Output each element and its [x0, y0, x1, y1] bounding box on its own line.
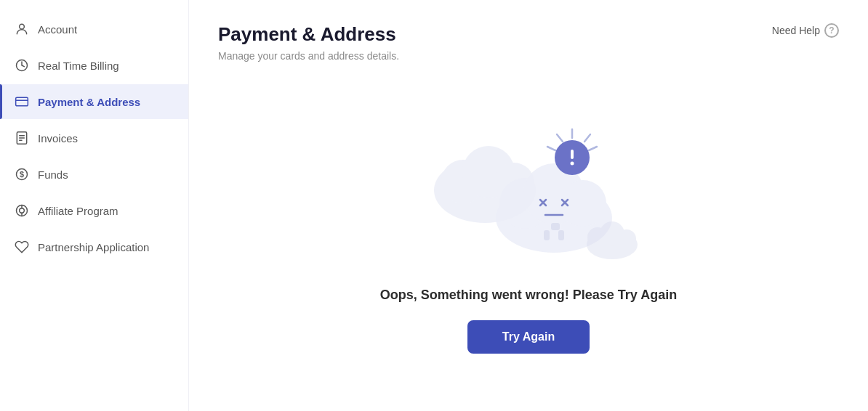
need-help-label: Need Help: [772, 25, 820, 36]
sidebar-item-payment-address-label: Payment & Address: [38, 96, 140, 108]
sidebar-item-account[interactable]: Account: [0, 12, 188, 46]
document-icon: [15, 131, 29, 145]
help-icon: ?: [824, 23, 839, 38]
sidebar-item-real-time-billing[interactable]: Real Time Billing: [0, 48, 188, 83]
svg-line-28: [557, 134, 563, 142]
try-again-button[interactable]: Try Again: [467, 320, 590, 354]
sidebar-item-affiliate-program-label: Affiliate Program: [38, 205, 118, 217]
sidebar-item-real-time-billing-label: Real Time Billing: [38, 60, 119, 72]
clock-icon: [15, 58, 29, 73]
sidebar-item-affiliate-program[interactable]: Affiliate Program: [0, 193, 188, 228]
svg-line-30: [547, 147, 555, 150]
svg-point-33: [571, 162, 574, 166]
svg-line-27: [584, 134, 590, 142]
affiliate-icon: [15, 203, 29, 218]
dollar-icon: $: [15, 167, 29, 182]
error-illustration: [412, 110, 645, 270]
svg-rect-2: [16, 97, 28, 106]
error-message: Oops, Something went wrong! Please Try A…: [380, 288, 677, 303]
sidebar-item-payment-address[interactable]: Payment & Address: [0, 84, 188, 119]
error-state: Oops, Something went wrong! Please Try A…: [218, 76, 839, 388]
sidebar-item-partnership-application-label: Partnership Application: [38, 241, 149, 253]
page-subtitle: Manage your cards and address details.: [218, 50, 399, 62]
user-icon: [15, 22, 29, 36]
sidebar-item-funds-label: Funds: [38, 168, 68, 181]
svg-line-29: [589, 147, 597, 150]
need-help-button[interactable]: Need Help ?: [772, 23, 839, 38]
svg-rect-41: [558, 230, 564, 240]
partnership-icon: [15, 240, 29, 254]
svg-point-25: [617, 229, 636, 248]
svg-point-11: [20, 208, 25, 213]
main-content: Payment & Address Manage your cards and …: [189, 0, 868, 411]
sidebar-item-funds[interactable]: $ Funds: [0, 157, 188, 192]
page-title: Payment & Address: [218, 23, 399, 46]
page-header: Payment & Address Manage your cards and …: [218, 23, 839, 62]
sidebar-item-partnership-application[interactable]: Partnership Application: [0, 229, 188, 264]
sidebar-item-account-label: Account: [38, 23, 77, 36]
svg-text:$: $: [20, 170, 24, 179]
svg-rect-32: [571, 150, 574, 159]
svg-rect-40: [544, 230, 550, 240]
page-title-block: Payment & Address Manage your cards and …: [218, 23, 399, 62]
sidebar-item-invoices-label: Invoices: [38, 132, 78, 145]
sidebar: Account Real Time Billing Payment & Addr…: [0, 0, 189, 411]
card-icon: [15, 94, 29, 109]
svg-point-0: [20, 24, 25, 29]
sidebar-item-invoices[interactable]: Invoices: [0, 121, 188, 155]
svg-rect-39: [551, 223, 560, 230]
